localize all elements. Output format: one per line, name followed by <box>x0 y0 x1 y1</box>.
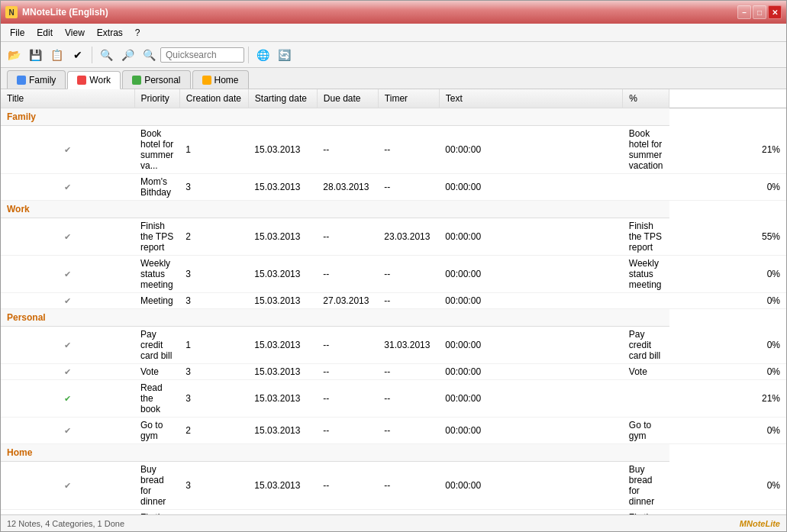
table-row[interactable]: ✔Read the book315.03.2013----00:00:0021% <box>1 380 786 418</box>
check-cell: ✔ <box>1 293 134 309</box>
search-button[interactable]: 🔍 <box>96 45 116 65</box>
col-header-title[interactable]: Title <box>1 89 134 108</box>
row-text: Book hotel for summer vacation <box>623 126 669 174</box>
row-starting: -- <box>317 418 378 444</box>
globe-button[interactable]: 🌐 <box>253 45 273 65</box>
table-row[interactable]: ✔Meeting315.03.201327.03.2013--00:00:000… <box>1 293 786 309</box>
check-cell: ✔ <box>1 364 134 380</box>
sync-button[interactable]: 🔄 <box>274 45 294 65</box>
menu-view[interactable]: View <box>59 26 91 40</box>
menu-file[interactable]: File <box>4 26 31 40</box>
row-percent: 0% <box>669 256 786 293</box>
status-notes-count: 12 Notes, 4 Categories, 1 Done <box>7 519 124 528</box>
zoom-out-button[interactable]: 🔍 <box>139 45 159 65</box>
col-header-creation[interactable]: Creation date <box>179 89 248 108</box>
tab-label-home: Home <box>214 75 239 85</box>
minimize-button[interactable]: – <box>737 5 751 19</box>
check-icon: ✔ <box>64 481 71 490</box>
row-creation: 15.03.2013 <box>248 174 317 201</box>
menu-extras[interactable]: Extras <box>91 26 129 40</box>
row-creation: 15.03.2013 <box>248 293 317 309</box>
table-row[interactable]: ✔Vote315.03.2013----00:00:00Vote0% <box>1 364 786 380</box>
save-as-button[interactable]: 📋 <box>47 45 66 65</box>
row-starting: -- <box>317 218 378 256</box>
table-row[interactable]: ✔Book hotel for summer va...115.03.2013-… <box>1 126 786 174</box>
col-header-due[interactable]: Due date <box>317 89 378 108</box>
row-timer: 00:00:00 <box>439 218 622 256</box>
menu-bar: File Edit View Extras ? <box>1 24 786 42</box>
save-button[interactable]: 💾 <box>25 45 45 65</box>
check-icon: ✔ <box>64 296 71 305</box>
table-row[interactable]: ✔Weekly status meeting315.03.2013----00:… <box>1 256 786 293</box>
category-row: Family <box>1 108 786 126</box>
row-creation: 15.03.2013 <box>248 364 317 380</box>
table-row[interactable]: ✔Mom's Bithday315.03.201328.03.2013--00:… <box>1 174 786 201</box>
col-header-text[interactable]: Text <box>439 89 622 108</box>
app-window: N MNoteLite (English) – □ ✕ File Edit Vi… <box>0 0 787 532</box>
row-due: -- <box>378 256 439 293</box>
close-button[interactable]: ✕ <box>768 5 782 19</box>
category-row: Personal <box>1 309 786 327</box>
category-row: Work <box>1 201 786 218</box>
check-icon: ✔ <box>64 182 71 192</box>
row-starting: -- <box>317 380 378 418</box>
tab-personal[interactable]: Personal <box>122 70 190 89</box>
row-title: Pay credit card bill <box>134 327 179 364</box>
toolbar: 📂 💾 📋 ✔ 🔍 🔎 🔍 🌐 🔄 <box>1 42 786 68</box>
row-percent: 0% <box>669 418 786 444</box>
row-percent: 0% <box>669 462 786 510</box>
col-header-timer[interactable]: Timer <box>378 89 439 108</box>
title-bar-left: N MNoteLite (English) <box>5 6 108 18</box>
row-text <box>623 380 669 418</box>
row-timer: 00:00:00 <box>439 293 622 309</box>
tab-color-home <box>202 76 211 85</box>
row-title: Book hotel for summer va... <box>134 126 179 174</box>
table-row[interactable]: ✔Go to gym215.03.2013----00:00:00Go to g… <box>1 418 786 444</box>
tab-label-family: Family <box>29 75 56 85</box>
table-row[interactable]: ✔Finish the TPS report215.03.2013--23.03… <box>1 218 786 256</box>
check-icon: ✔ <box>64 367 71 376</box>
check-button[interactable]: ✔ <box>68 45 88 65</box>
row-title: Vote <box>134 364 179 380</box>
menu-edit[interactable]: Edit <box>31 26 59 40</box>
col-header-starting[interactable]: Starting date <box>248 89 317 108</box>
row-title: Weekly status meeting <box>134 256 179 293</box>
row-priority: 1 <box>179 327 248 364</box>
row-due: -- <box>378 364 439 380</box>
zoom-in-button[interactable]: 🔎 <box>118 45 137 65</box>
tab-family[interactable]: Family <box>7 70 66 89</box>
row-due: -- <box>378 380 439 418</box>
row-text: Buy bread for dinner <box>623 462 669 510</box>
row-timer: 00:00:00 <box>439 174 622 201</box>
row-title: Go to gym <box>134 418 179 444</box>
check-cell: ✔ <box>1 218 134 256</box>
table-row[interactable]: ✔Buy bread for dinner315.03.2013----00:0… <box>1 462 786 510</box>
maximize-button[interactable]: □ <box>753 5 766 19</box>
check-cell: ✔ <box>1 418 134 444</box>
row-creation: 15.03.2013 <box>248 462 317 510</box>
category-label: Work <box>1 201 669 218</box>
category-row: Home <box>1 444 786 462</box>
tab-work[interactable]: Work <box>67 71 121 89</box>
open-button[interactable]: 📂 <box>4 45 24 65</box>
notes-table: Title Priority Creation date Starting da… <box>1 89 786 514</box>
row-timer: 00:00:00 <box>439 380 622 418</box>
col-header-pct[interactable]: % <box>623 89 669 108</box>
row-percent: 0% <box>669 293 786 309</box>
search-input[interactable] <box>160 47 244 63</box>
tab-home[interactable]: Home <box>192 70 249 89</box>
check-icon: ✔ <box>64 340 71 350</box>
table-header-row: Title Priority Creation date Starting da… <box>1 89 786 108</box>
row-text <box>623 174 669 201</box>
row-percent: 21% <box>669 126 786 174</box>
col-header-priority[interactable]: Priority <box>134 89 179 108</box>
tab-label-personal: Personal <box>144 75 180 85</box>
row-creation: 15.03.2013 <box>248 218 317 256</box>
check-icon: ✔ <box>64 426 71 435</box>
row-starting: -- <box>317 126 378 174</box>
check-icon: ✔ <box>64 145 71 154</box>
menu-help[interactable]: ? <box>129 26 147 40</box>
row-timer: 00:00:00 <box>439 256 622 293</box>
row-due: 31.03.2013 <box>378 327 439 364</box>
table-row[interactable]: ✔Pay credit card bill115.03.2013--31.03.… <box>1 327 786 364</box>
